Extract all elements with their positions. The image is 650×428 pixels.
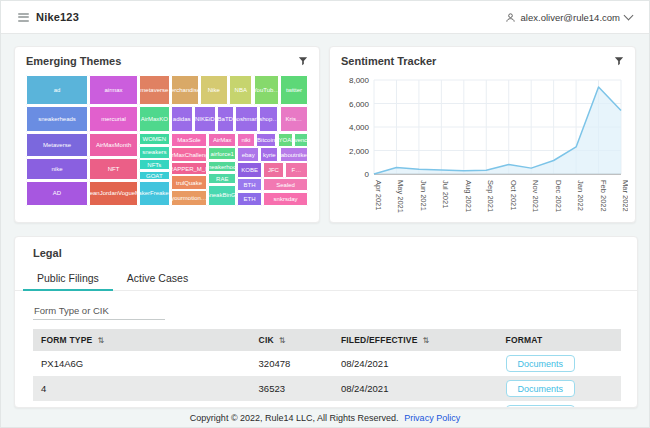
filings-table: FORM TYPE⇅CIK⇅FILED/EFFECTIVE⇅FORMAT PX1… bbox=[33, 329, 621, 408]
treemap-cell[interactable]: Givenchy bbox=[294, 133, 308, 147]
treemap-cell[interactable]: Nike bbox=[200, 75, 228, 105]
treemap-cell[interactable]: AirMaxMonth bbox=[89, 133, 138, 158]
treemap-cell[interactable]: airmax bbox=[89, 75, 138, 105]
treemap-cell[interactable]: F… bbox=[285, 162, 308, 177]
table-body: PX14A6G32047808/24/2021Documents43652308… bbox=[33, 351, 621, 408]
tab-public-filings[interactable]: Public Filings bbox=[23, 267, 113, 290]
treemap-cell[interactable]: merchandises bbox=[171, 75, 199, 105]
svg-text:Jun 2021: Jun 2021 bbox=[419, 180, 428, 211]
svg-text:Jul 2021: Jul 2021 bbox=[441, 180, 450, 208]
table-row: 436521408/24/2021Documents bbox=[33, 401, 621, 408]
treemap-cell[interactable]: mercurial bbox=[89, 106, 138, 133]
treemap-cell[interactable]: sneakerheads bbox=[26, 106, 88, 133]
svg-text:8,000: 8,000 bbox=[349, 76, 370, 85]
treemap-cell[interactable]: AirMaxChallenge bbox=[171, 147, 208, 161]
column-header-form-type[interactable]: FORM TYPE⇅ bbox=[33, 329, 251, 351]
filed-effective-cell: 08/24/2021 bbox=[333, 351, 498, 376]
column-header-filed-effective[interactable]: FILED/EFFECTIVE⇅ bbox=[333, 329, 498, 351]
treemap-cell[interactable]: sneakers bbox=[139, 146, 169, 159]
user-email: alex.oliver@rule14.com bbox=[521, 12, 620, 23]
treemap-cell[interactable]: ETH bbox=[237, 192, 262, 206]
treemap-cell[interactable]: poshmark bbox=[235, 106, 258, 133]
svg-text:Mar 2022: Mar 2022 bbox=[621, 180, 628, 212]
treemap-cell[interactable]: adidas bbox=[171, 106, 193, 133]
table-head: FORM TYPE⇅CIK⇅FILED/EFFECTIVE⇅FORMAT bbox=[33, 329, 621, 351]
treemap-cell[interactable]: YouTub… bbox=[254, 75, 279, 105]
form-type-cik-input[interactable] bbox=[33, 303, 165, 320]
treemap-cell[interactable]: KOBE bbox=[237, 162, 262, 177]
treemap-cell[interactable]: airforce1 bbox=[208, 147, 236, 160]
themes-filter-icon[interactable] bbox=[298, 56, 308, 66]
treemap-cell[interactable]: KoreanJordanVogueMen bbox=[89, 181, 138, 206]
treemap-cell[interactable]: niki bbox=[237, 133, 254, 147]
svg-text:Nov 2021: Nov 2021 bbox=[531, 180, 540, 212]
sort-icon: ⇅ bbox=[423, 336, 430, 345]
treemap-cell[interactable]: NFT bbox=[89, 158, 138, 181]
treemap: adsneakerheadsMetaversenikeADairmaxmercu… bbox=[26, 75, 308, 206]
form-type-cell: PX14A6G bbox=[33, 351, 251, 376]
treemap-cell[interactable]: aboutnike bbox=[280, 147, 308, 161]
treemap-cell[interactable]: Bitcoin bbox=[256, 133, 277, 147]
treemap-cell[interactable]: JFC bbox=[263, 162, 284, 177]
treemap-cell[interactable]: yourmotion… bbox=[171, 190, 208, 206]
treemap-cell[interactable]: WOMEN bbox=[139, 133, 169, 145]
privacy-policy-link[interactable]: Privacy Policy bbox=[404, 413, 460, 423]
treemap-cell[interactable]: SneakBinGo bbox=[208, 185, 236, 206]
search-box bbox=[33, 300, 165, 320]
treemap-cell[interactable]: SneakerFreakerFan bbox=[139, 181, 169, 206]
treemap-cell[interactable]: shop… bbox=[259, 106, 278, 133]
filed-effective-cell: 08/24/2021 bbox=[333, 401, 498, 408]
treemap-cell[interactable]: ad bbox=[26, 75, 88, 105]
treemap-cell[interactable]: ebay bbox=[237, 147, 259, 161]
sort-icon: ⇅ bbox=[279, 336, 286, 345]
treemap-cell[interactable]: RAPPER_M_B bbox=[171, 162, 208, 175]
treemap-cell[interactable]: Kris… bbox=[280, 106, 308, 133]
treemap-cell[interactable]: snkrsday bbox=[263, 192, 308, 206]
treemap-cell[interactable]: BaTD bbox=[217, 106, 234, 133]
sentiment-tracker-title: Sentiment Tracker bbox=[341, 55, 436, 67]
chevron-down-icon bbox=[624, 11, 634, 21]
treemap-cell[interactable]: BTH bbox=[237, 178, 262, 191]
treemap-cell[interactable]: trulQuake bbox=[171, 175, 208, 189]
treemap-cell[interactable]: nike bbox=[26, 158, 88, 181]
treemap-cell[interactable]: NFTs bbox=[139, 159, 169, 170]
treemap-cell[interactable]: AYOAB bbox=[278, 133, 293, 147]
svg-text:Sep 2021: Sep 2021 bbox=[486, 180, 495, 212]
treemap-cell[interactable]: twitter bbox=[280, 75, 308, 105]
treemap-cell[interactable]: AirMaxKO bbox=[139, 106, 169, 133]
treemap-cell[interactable]: GOAT bbox=[139, 171, 169, 181]
table-row: PX14A6G32047808/24/2021Documents bbox=[33, 351, 621, 376]
top-header: Nike123 alex.oliver@rule14.com bbox=[1, 1, 649, 34]
documents-button[interactable]: Documents bbox=[506, 380, 576, 397]
column-header-format: FORMAT bbox=[498, 329, 622, 351]
tab-active-cases[interactable]: Active Cases bbox=[113, 267, 202, 290]
documents-button[interactable]: Documents bbox=[506, 355, 576, 372]
filed-effective-cell: 08/24/2021 bbox=[333, 376, 498, 401]
treemap-cell[interactable]: AD bbox=[26, 181, 88, 206]
treemap-cell[interactable]: Sealed bbox=[263, 178, 308, 191]
treemap-cell[interactable]: RAE bbox=[208, 173, 236, 185]
treemap-cell[interactable]: MaxSole bbox=[171, 133, 208, 147]
emerging-themes-title: Emerging Themes bbox=[26, 55, 121, 67]
treemap-cell[interactable]: AirMax bbox=[208, 133, 236, 147]
user-icon bbox=[505, 12, 516, 23]
hamburger-menu-icon[interactable] bbox=[18, 13, 29, 22]
user-menu[interactable]: alex.oliver@rule14.com bbox=[505, 12, 632, 23]
svg-text:2,000: 2,000 bbox=[349, 147, 370, 156]
legal-title: Legal bbox=[15, 247, 637, 259]
treemap-cell[interactable]: Metaverse bbox=[26, 133, 88, 158]
treemap-cell[interactable]: kyrie bbox=[260, 147, 278, 161]
svg-text:Apr 2021: Apr 2021 bbox=[374, 180, 383, 210]
column-header-cik[interactable]: CIK⇅ bbox=[251, 329, 333, 351]
svg-text:6,000: 6,000 bbox=[349, 100, 370, 109]
legal-tabs: Public FilingsActive Cases bbox=[15, 267, 637, 291]
sentiment-filter-icon[interactable] bbox=[614, 56, 624, 66]
format-cell: Documents bbox=[498, 376, 622, 401]
treemap-cell[interactable]: metaverse bbox=[139, 75, 169, 105]
format-cell: Documents bbox=[498, 401, 622, 408]
treemap-cell[interactable]: sneakerhood bbox=[208, 161, 236, 173]
treemap-cell[interactable]: NBA bbox=[229, 75, 252, 105]
treemap-cell[interactable]: NIKEiD bbox=[194, 106, 216, 133]
svg-text:Feb 2022: Feb 2022 bbox=[599, 180, 608, 212]
format-cell: Documents bbox=[498, 351, 622, 376]
